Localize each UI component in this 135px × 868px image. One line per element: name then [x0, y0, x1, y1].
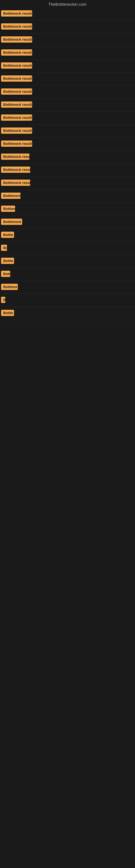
result-item-23[interactable]: B	[1, 294, 135, 307]
bottleneck-badge-16[interactable]: Bottlen	[1, 206, 15, 212]
result-item-10[interactable]: Bottleneck result	[1, 125, 135, 138]
result-item-16[interactable]: Bottlen	[1, 203, 135, 216]
bottleneck-badge-1[interactable]: Bottleneck result	[1, 10, 32, 17]
result-item-6[interactable]: Bottleneck result	[1, 73, 135, 86]
bottleneck-badge-2[interactable]: Bottleneck result	[1, 23, 32, 30]
bottleneck-badge-18[interactable]: Bottle	[1, 231, 14, 238]
bottleneck-badge-10[interactable]: Bottleneck result	[1, 127, 32, 134]
result-item-9[interactable]: Bottleneck result	[1, 112, 135, 125]
bottleneck-badge-21[interactable]: Bott	[1, 271, 10, 277]
result-item-17[interactable]: Bottleneck	[1, 216, 135, 229]
result-item-19[interactable]: Bo	[1, 242, 135, 255]
bottleneck-badge-23[interactable]: B	[1, 297, 5, 303]
bottleneck-badge-8[interactable]: Bottleneck result	[1, 101, 32, 108]
result-item-5[interactable]: Bottleneck result	[1, 60, 135, 73]
bottleneck-badge-7[interactable]: Bottleneck result	[1, 88, 32, 95]
result-item-20[interactable]: Bottle	[1, 255, 135, 268]
result-item-11[interactable]: Bottleneck result	[1, 138, 135, 151]
result-item-18[interactable]: Bottle	[1, 229, 135, 242]
result-item-3[interactable]: Bottleneck result	[1, 34, 135, 46]
result-item-12[interactable]: Bottleneck resu	[1, 151, 135, 164]
bottleneck-badge-20[interactable]: Bottle	[1, 258, 14, 264]
bottleneck-badge-5[interactable]: Bottleneck result	[1, 62, 32, 69]
result-item-7[interactable]: Bottleneck result	[1, 86, 135, 99]
bottleneck-badge-14[interactable]: Bottleneck resul	[1, 180, 30, 186]
result-item-1[interactable]: Bottleneck result	[1, 8, 135, 21]
bottleneck-badge-13[interactable]: Bottleneck resul	[1, 166, 30, 173]
result-item-21[interactable]: Bott	[1, 268, 135, 281]
result-item-8[interactable]: Bottleneck result	[1, 99, 135, 112]
bottleneck-badge-24[interactable]: Bottle	[1, 310, 14, 316]
result-item-14[interactable]: Bottleneck resul	[1, 177, 135, 190]
result-item-13[interactable]: Bottleneck resul	[1, 164, 135, 177]
bottleneck-badge-3[interactable]: Bottleneck result	[1, 36, 32, 42]
result-item-22[interactable]: Bottlene	[1, 281, 135, 294]
bottleneck-badge-4[interactable]: Bottleneck result	[1, 50, 32, 56]
results-container: Bottleneck resultBottleneck resultBottle…	[0, 8, 135, 320]
result-item-24[interactable]: Bottle	[1, 307, 135, 320]
bottleneck-badge-12[interactable]: Bottleneck resu	[1, 154, 30, 160]
bottleneck-badge-17[interactable]: Bottleneck	[1, 219, 22, 225]
bottleneck-badge-11[interactable]: Bottleneck result	[1, 141, 32, 147]
result-item-15[interactable]: Bottleneck r	[1, 190, 135, 203]
bottleneck-badge-9[interactable]: Bottleneck result	[1, 115, 32, 121]
bottleneck-badge-19[interactable]: Bo	[1, 245, 7, 251]
bottleneck-badge-22[interactable]: Bottlene	[1, 284, 18, 290]
site-title: TheBottlenecker.com	[0, 0, 135, 8]
bottleneck-badge-6[interactable]: Bottleneck result	[1, 75, 32, 82]
result-item-4[interactable]: Bottleneck result	[1, 46, 135, 60]
result-item-2[interactable]: Bottleneck result	[1, 21, 135, 34]
bottleneck-badge-15[interactable]: Bottleneck r	[1, 193, 20, 199]
